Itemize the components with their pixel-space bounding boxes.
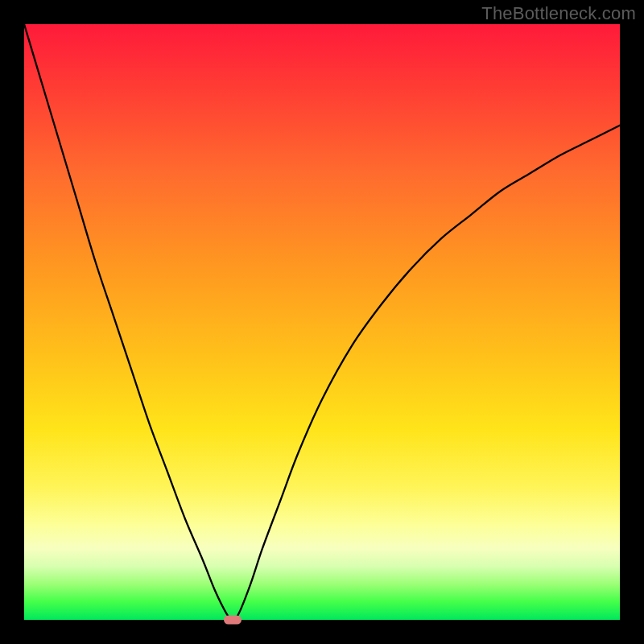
chart-frame: TheBottleneck.com [0, 0, 644, 644]
watermark-text: TheBottleneck.com [481, 3, 636, 24]
minimum-marker [224, 616, 242, 625]
curve-svg [24, 24, 620, 620]
bottleneck-curve [24, 24, 620, 620]
plot-area [24, 24, 620, 620]
